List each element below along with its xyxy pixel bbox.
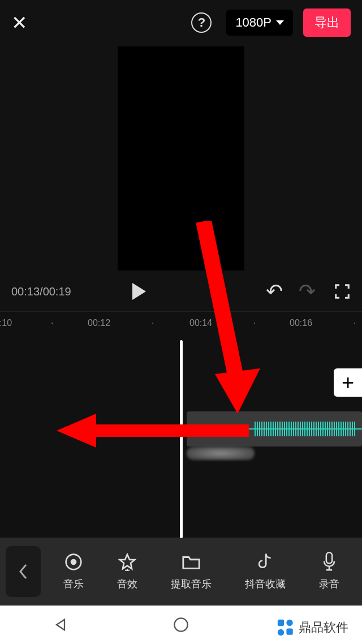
svg-rect-8	[278, 620, 284, 626]
svg-line-0	[204, 221, 238, 385]
nav-back-icon[interactable]	[53, 617, 68, 633]
annotation-arrow-down	[181, 221, 272, 425]
resolution-label: 1080P	[235, 15, 272, 30]
watermark: 鼎品软件	[270, 616, 354, 639]
brand-logo-icon	[276, 618, 295, 637]
svg-point-9	[286, 620, 292, 626]
music-icon	[64, 552, 83, 572]
svg-marker-3	[57, 414, 96, 448]
svg-rect-11	[286, 628, 292, 634]
mic-icon	[321, 552, 337, 572]
export-button[interactable]: 导出	[303, 8, 351, 37]
help-icon[interactable]: ?	[191, 12, 212, 33]
douyin-icon	[257, 552, 274, 572]
tool-sound-effect[interactable]: 音效	[117, 552, 137, 591]
timeline[interactable]: 0:10 · 00:12 · 00:14 · 00:16 · +	[0, 311, 362, 538]
fullscreen-icon[interactable]	[334, 283, 351, 300]
chevron-down-icon	[276, 20, 284, 25]
annotation-arrow-left	[57, 414, 255, 459]
svg-point-7	[174, 618, 187, 631]
svg-point-5	[71, 560, 76, 564]
folder-icon	[182, 552, 201, 572]
timestamp: 00:13/00:19	[11, 285, 71, 298]
add-clip-button[interactable]: +	[334, 368, 362, 397]
redo-icon: ↷	[299, 280, 316, 303]
play-icon[interactable]	[132, 283, 146, 300]
close-icon[interactable]: ✕	[11, 11, 27, 34]
tool-music[interactable]: 音乐	[63, 552, 84, 591]
tool-douyin-favorites[interactable]: 抖音收藏	[245, 552, 286, 591]
tool-record[interactable]: 录音	[319, 552, 339, 591]
svg-rect-6	[326, 552, 332, 563]
resolution-dropdown[interactable]: 1080P	[226, 10, 293, 36]
system-navbar: 鼎品软件	[0, 606, 362, 644]
tool-extract-music[interactable]: 提取音乐	[171, 552, 212, 591]
nav-home-icon[interactable]	[173, 617, 189, 633]
svg-marker-1	[215, 368, 260, 414]
back-button[interactable]	[6, 546, 41, 597]
star-icon	[118, 552, 136, 572]
svg-point-10	[278, 629, 284, 636]
